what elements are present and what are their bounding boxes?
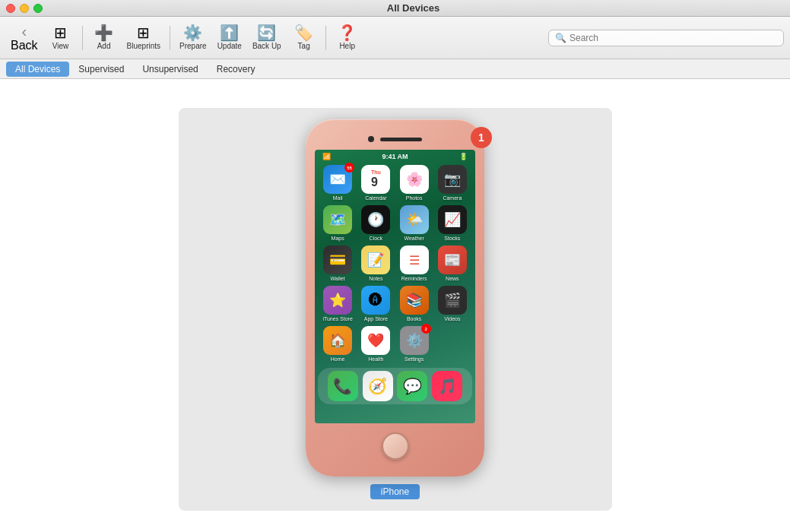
app-grid: ✉️ 55 Mail Thu9 Calendar 🌸 Photos 📷 Came… bbox=[315, 160, 475, 366]
add-button[interactable]: ➕ Add bbox=[87, 21, 121, 55]
app-icon-label: Photos bbox=[406, 195, 423, 201]
status-wifi-icon: 📶 bbox=[322, 153, 331, 160]
app-icon-image: 📚 bbox=[400, 286, 429, 315]
home-button[interactable] bbox=[382, 432, 409, 460]
traffic-lights bbox=[6, 4, 43, 13]
app-icon-mail[interactable]: ✉️ 55 Mail bbox=[321, 165, 354, 201]
dock-icon-safari[interactable]: 🧭 bbox=[363, 371, 393, 401]
dock-icon-messages[interactable]: 💬 bbox=[397, 371, 427, 401]
blueprints-button[interactable]: ⊞ Blueprints bbox=[122, 21, 165, 55]
separator-3 bbox=[325, 26, 326, 50]
app-icon-image: 💳 bbox=[323, 245, 352, 274]
app-icon-notes[interactable]: 📝 Notes bbox=[359, 245, 392, 281]
app-icon-image: 🅐 bbox=[361, 286, 390, 315]
prepare-button[interactable]: ⚙️ Prepare bbox=[175, 21, 211, 55]
device-label: iPhone bbox=[370, 484, 420, 499]
update-label: Update bbox=[217, 42, 242, 50]
tab-unsupervised[interactable]: Unsupervised bbox=[133, 62, 207, 77]
app-icon-health[interactable]: ❤️ Health bbox=[359, 326, 392, 362]
dock-icon-phone[interactable]: 📞 bbox=[328, 371, 358, 401]
backup-button[interactable]: 🔄 Back Up bbox=[248, 21, 286, 55]
back-button[interactable]: ‹ Back bbox=[6, 21, 43, 55]
app-icon-label: Camera bbox=[443, 195, 462, 201]
app-icon-photos[interactable]: 🌸 Photos bbox=[398, 165, 431, 201]
app-icon-clock[interactable]: 🕐 Clock bbox=[359, 205, 392, 241]
iphone-bottom bbox=[315, 423, 475, 469]
app-badge: 2 bbox=[421, 324, 431, 334]
app-icon-label: Mail bbox=[333, 195, 343, 201]
app-icon-calendar[interactable]: Thu9 Calendar bbox=[359, 165, 392, 201]
app-icon-image: ❤️ bbox=[361, 326, 390, 355]
iphone-frame: 📶 9:41 AM 🔋 ✉️ 55 Mail Thu9 Calendar 🌸 P… bbox=[306, 119, 484, 477]
app-icon-label: Home bbox=[331, 356, 345, 362]
app-icon-camera[interactable]: 📷 Camera bbox=[436, 165, 469, 201]
app-icon-image: 📝 bbox=[361, 245, 390, 274]
back-label: Back bbox=[11, 39, 38, 52]
update-icon: ⬆️ bbox=[220, 25, 239, 40]
front-camera-icon bbox=[368, 136, 374, 142]
prepare-label: Prepare bbox=[179, 42, 207, 50]
app-icon-image: 🌸 bbox=[400, 165, 429, 194]
iphone-container: 1 📶 9:41 AM 🔋 bbox=[306, 119, 484, 499]
view-icon: ⊞ bbox=[54, 25, 67, 40]
app-icon-itunes-store[interactable]: ⭐ iTunes Store bbox=[321, 286, 354, 321]
app-icon-label: Reminders bbox=[401, 276, 427, 281]
dock-icon-music[interactable]: 🎵 bbox=[432, 371, 462, 401]
app-icon-image: ⚙️ 2 bbox=[400, 326, 429, 355]
app-icon-image: 📰 bbox=[438, 245, 467, 274]
app-icon-image: 📷 bbox=[438, 165, 467, 194]
app-icon-image: 📈 bbox=[438, 205, 467, 234]
status-time: 9:41 AM bbox=[382, 153, 408, 160]
app-icon-image: ☰ bbox=[400, 245, 429, 274]
app-icon-reminders[interactable]: ☰ Reminders bbox=[398, 245, 431, 281]
app-icon-label: iTunes Store bbox=[322, 316, 352, 321]
help-button[interactable]: ❓ Help bbox=[331, 21, 364, 55]
filter-tabs: All Devices Supervised Unsupervised Reco… bbox=[0, 59, 790, 79]
tab-recovery[interactable]: Recovery bbox=[208, 62, 265, 77]
main-content: 1 📶 9:41 AM 🔋 bbox=[0, 79, 790, 532]
tag-button[interactable]: 🏷️ Tag bbox=[287, 21, 321, 55]
app-badge: 55 bbox=[344, 163, 354, 173]
app-icon-videos[interactable]: 🎬 Videos bbox=[436, 286, 469, 321]
tab-supervised[interactable]: Supervised bbox=[69, 62, 133, 77]
app-icon-label: Maps bbox=[332, 236, 344, 241]
app-icon-weather[interactable]: 🌤️ Weather bbox=[398, 205, 431, 241]
maximize-button[interactable] bbox=[33, 4, 43, 13]
app-icon-label: Wallet bbox=[331, 276, 345, 281]
app-icon-maps[interactable]: 🗺️ Maps bbox=[321, 205, 354, 241]
window-title: All Devices bbox=[43, 2, 784, 14]
app-icon-label: Weather bbox=[404, 236, 424, 241]
tab-all-devices[interactable]: All Devices bbox=[6, 62, 69, 77]
app-icon-image: 🎬 bbox=[438, 286, 467, 315]
backup-icon: 🔄 bbox=[257, 25, 276, 40]
app-icon-image: ✉️ 55 bbox=[323, 165, 352, 194]
status-battery-icon: 🔋 bbox=[459, 153, 468, 160]
toolbar: ‹ Back ⊞ View ➕ Add ⊞ Blueprints ⚙️ Prep… bbox=[0, 17, 790, 59]
help-icon: ❓ bbox=[338, 25, 357, 40]
view-button[interactable]: ⊞ View bbox=[44, 21, 78, 55]
backup-label: Back Up bbox=[252, 42, 281, 50]
app-icon-stocks[interactable]: 📈 Stocks bbox=[436, 205, 469, 241]
app-icon-books[interactable]: 📚 Books bbox=[398, 286, 431, 321]
app-icon-app-store[interactable]: 🅐 App Store bbox=[359, 286, 392, 321]
tag-icon: 🏷️ bbox=[294, 25, 313, 40]
app-icon-label: Notes bbox=[369, 276, 382, 281]
app-icon-home[interactable]: 🏠 Home bbox=[321, 326, 354, 362]
app-icon-wallet[interactable]: 💳 Wallet bbox=[321, 245, 354, 281]
blueprints-icon: ⊞ bbox=[137, 25, 150, 40]
app-icon-label: News bbox=[446, 276, 459, 281]
device-area: 1 📶 9:41 AM 🔋 bbox=[179, 108, 612, 511]
app-icon-settings[interactable]: ⚙️ 2 Settings bbox=[398, 326, 431, 362]
app-icon-image: 🌤️ bbox=[400, 205, 429, 234]
close-button[interactable] bbox=[6, 4, 15, 13]
update-button[interactable]: ⬆️ Update bbox=[213, 21, 246, 55]
app-icon-label: Calendar bbox=[365, 195, 386, 201]
app-icon-news[interactable]: 📰 News bbox=[436, 245, 469, 281]
iphone-top bbox=[315, 128, 475, 150]
search-input[interactable] bbox=[569, 33, 777, 43]
back-arrow-icon: ‹ bbox=[21, 24, 27, 39]
prepare-icon: ⚙️ bbox=[183, 25, 202, 40]
minimize-button[interactable] bbox=[20, 4, 29, 13]
search-box[interactable]: 🔍 bbox=[548, 30, 784, 46]
status-bar: 📶 9:41 AM 🔋 bbox=[315, 150, 475, 160]
